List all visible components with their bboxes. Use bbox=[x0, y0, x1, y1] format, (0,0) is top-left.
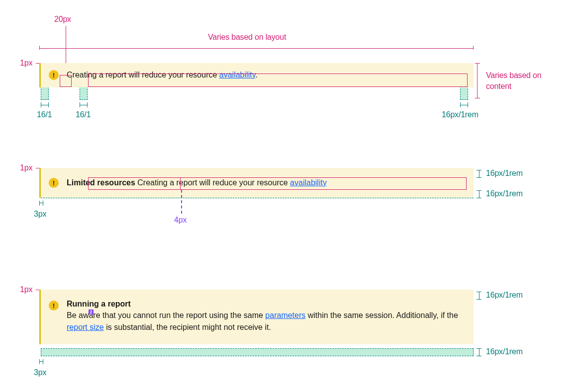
inline-notification-1: ! Creating a report will reduce your res… bbox=[39, 63, 474, 87]
pad-bottom-label-2: 16px/1rem bbox=[486, 189, 523, 198]
border-width-label-2: 1px bbox=[20, 163, 32, 172]
report-size-link[interactable]: report size bbox=[67, 323, 104, 331]
notif1-text-prefix: Creating a report will reduce your resou… bbox=[67, 71, 219, 79]
availability-link[interactable]: availability bbox=[219, 71, 256, 79]
border-width-label-1: 1px bbox=[20, 59, 32, 68]
availability-link-2[interactable]: availability bbox=[290, 178, 327, 187]
notification-body: Creating a report will reduce your resou… bbox=[67, 63, 474, 87]
warning-icon: ! bbox=[49, 301, 59, 311]
title-gap-label: 4px bbox=[174, 216, 187, 225]
vgap-marker: 2 bbox=[89, 310, 94, 314]
pad-left-1-label: 16/1 bbox=[37, 110, 52, 119]
accent-cap bbox=[39, 201, 43, 206]
accent-width-label-3: 3px bbox=[34, 368, 46, 377]
notif2-title: Limited resources bbox=[67, 178, 135, 187]
pad-cap bbox=[80, 102, 88, 107]
warning-icon: ! bbox=[49, 70, 59, 80]
notif2-body-prefix: Creating a report will reduce your resou… bbox=[135, 178, 290, 187]
title-gap-indicator bbox=[181, 190, 182, 214]
pad-bottom-label-3: 16px/1rem bbox=[486, 347, 523, 356]
pad-top-label-3: 16px/1rem bbox=[486, 291, 523, 300]
pad-left-2-label: 16/1 bbox=[76, 110, 91, 119]
warning-icon: ! bbox=[49, 178, 59, 188]
pad-cap bbox=[41, 102, 49, 107]
border-width-label-3: 1px bbox=[20, 285, 32, 294]
pad-top-label-2: 16px/1rem bbox=[486, 169, 523, 178]
notif1-text-suffix: . bbox=[255, 71, 257, 79]
notif3-body: Be aware that you cannot run the report … bbox=[67, 310, 466, 333]
icon-size-label: 20px bbox=[54, 15, 71, 24]
padding-stripe bbox=[41, 348, 474, 356]
accent-cap-3 bbox=[39, 359, 43, 364]
width-label: Varies based on layout bbox=[208, 33, 286, 42]
parameters-link[interactable]: parameters bbox=[265, 311, 305, 319]
accent-width-label-2: 3px bbox=[34, 210, 46, 219]
pad-right-label: 16px/1rem bbox=[442, 110, 478, 119]
height-label: Varies based oncontent bbox=[486, 70, 541, 91]
pad-cap bbox=[460, 102, 468, 107]
inline-notification-3: ! Running a report Be aware that you can… bbox=[39, 290, 474, 344]
inline-notification-2: ! Limited resources Creating a report wi… bbox=[39, 168, 474, 198]
notif3-title: Running a report bbox=[67, 299, 466, 310]
